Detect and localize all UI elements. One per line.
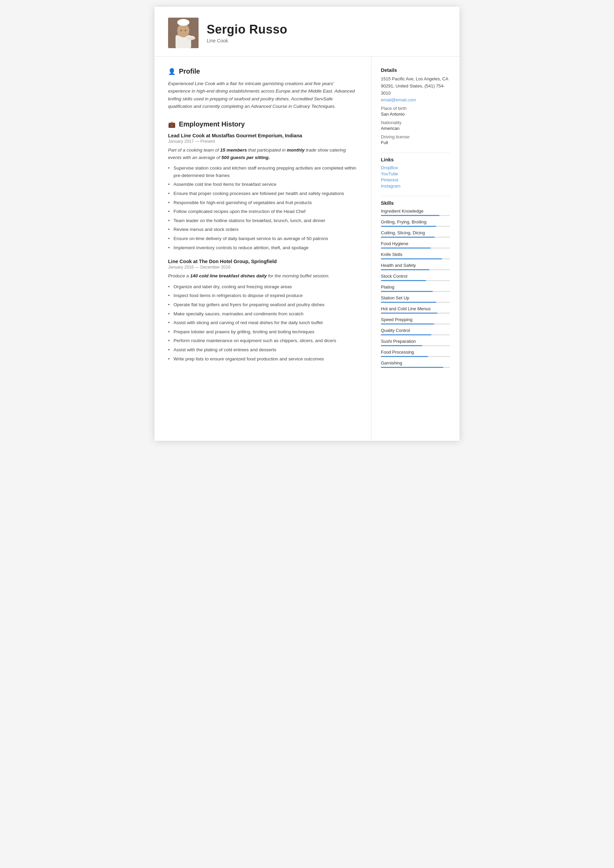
skill-bar-background bbox=[381, 280, 450, 281]
job-1-members: 15 members bbox=[220, 148, 247, 152]
svg-point-7 bbox=[181, 30, 182, 31]
svg-point-9 bbox=[177, 33, 181, 36]
list-item: Ensure on-time delivery of daily banquet… bbox=[168, 235, 358, 242]
link-dropbox[interactable]: DropBox bbox=[381, 165, 450, 170]
link-pinterest[interactable]: Pinterest bbox=[381, 177, 450, 182]
list-item: Responsible for high-end garnishing of v… bbox=[168, 199, 358, 207]
skill-item: Health and Safety bbox=[381, 263, 450, 270]
skill-bar-fill bbox=[381, 215, 439, 216]
list-item: Make specialty sauces, marinades and con… bbox=[168, 310, 358, 318]
job-2-summary-text2: for the morning buffet session. bbox=[267, 273, 329, 278]
job-1-summary-text1: Part of a cooking team of bbox=[168, 148, 220, 152]
list-item: Follow complicated recipes upon the inst… bbox=[168, 208, 358, 215]
divider-2 bbox=[381, 196, 450, 196]
link-youtube[interactable]: YouTube bbox=[381, 171, 450, 176]
left-column: 👤 Profile Experienced Line Cook with a f… bbox=[155, 57, 371, 441]
header: Sergio Russo Line Cook bbox=[155, 7, 459, 57]
skill-name: Grilling, Frying, Broiling bbox=[381, 219, 450, 224]
link-instagram[interactable]: Instagram bbox=[381, 183, 450, 188]
skill-bar-background bbox=[381, 367, 450, 368]
list-item: Team leader on the hotline stations for … bbox=[168, 217, 358, 224]
skill-bar-background bbox=[381, 237, 450, 238]
job-1: Lead Line Cook at Mustaffas Gourmet Empo… bbox=[168, 133, 358, 251]
skill-bar-fill bbox=[381, 291, 433, 292]
job-1-title: Lead Line Cook at Mustaffas Gourmet Empo… bbox=[168, 133, 358, 138]
header-name: Sergio Russo bbox=[207, 22, 287, 37]
skill-bar-fill bbox=[381, 258, 442, 259]
list-item: Review menus and stock orders bbox=[168, 226, 358, 233]
employment-section-title: 💼 Employment History bbox=[168, 120, 358, 128]
profile-section: 👤 Profile Experienced Line Cook with a f… bbox=[168, 67, 358, 110]
skill-name: Cutting, Slicing, Dicing bbox=[381, 230, 450, 235]
job-2-bullets: Organize and label dry, cooling and free… bbox=[168, 283, 358, 362]
skill-item: Stock Control bbox=[381, 273, 450, 281]
nationality-value: American bbox=[381, 126, 450, 131]
links-section: Links DropBox YouTube Pinterest Instagra… bbox=[381, 157, 450, 188]
list-item: Prepare lobster and prawns by grilling, … bbox=[168, 328, 358, 336]
skill-bar-fill bbox=[381, 302, 436, 303]
list-item: Inspect food items in refrigerators to d… bbox=[168, 292, 358, 300]
skill-bar-fill bbox=[381, 269, 429, 270]
list-item: Operate flat top grillers and fryers for… bbox=[168, 301, 358, 309]
skill-name: Quality Control bbox=[381, 328, 450, 333]
skill-bar-fill bbox=[381, 280, 426, 281]
skill-item: Garnishing bbox=[381, 360, 450, 368]
skill-name: Hot and Cold Line Menus bbox=[381, 306, 450, 311]
employment-section: 💼 Employment History Lead Line Cook at M… bbox=[168, 120, 358, 362]
job-1-summary: Part of a cooking team of 15 members tha… bbox=[168, 146, 358, 161]
job-2-date: January 2016 — December 2016 bbox=[168, 265, 358, 270]
skill-bar-background bbox=[381, 334, 450, 335]
skill-bar-fill bbox=[381, 334, 431, 335]
skill-bar-fill bbox=[381, 247, 431, 248]
skill-item: Speed Prepping bbox=[381, 317, 450, 325]
job-2-summary: Produce a 140 cold line breakfast dishes… bbox=[168, 272, 358, 280]
links-title: Links bbox=[381, 157, 450, 162]
job-1-date: January 2017 — Present bbox=[168, 139, 358, 144]
skill-bar-background bbox=[381, 269, 450, 270]
skill-bar-fill bbox=[381, 237, 435, 238]
body: 👤 Profile Experienced Line Cook with a f… bbox=[155, 57, 459, 441]
svg-rect-6 bbox=[188, 36, 194, 37]
skill-name: Food Processing bbox=[381, 349, 450, 355]
avatar bbox=[168, 18, 198, 48]
driving-license-value: Full bbox=[381, 140, 450, 145]
employment-icon: 💼 bbox=[168, 121, 175, 128]
employment-title-text: Employment History bbox=[179, 120, 245, 128]
skill-name: Food Hygiene bbox=[381, 241, 450, 246]
svg-point-8 bbox=[185, 30, 186, 31]
job-1-bullets: Supervise station cooks and kitchen staf… bbox=[168, 165, 358, 251]
skill-name: Station Set Up bbox=[381, 295, 450, 300]
skill-bar-background bbox=[381, 313, 450, 314]
skill-name: Garnishing bbox=[381, 360, 450, 365]
skill-item: Knife Skills bbox=[381, 252, 450, 259]
list-item: Assemble cold line food items for breakf… bbox=[168, 181, 358, 188]
profile-icon: 👤 bbox=[168, 68, 175, 75]
skill-name: Ingredient Knowledge bbox=[381, 208, 450, 214]
details-title: Details bbox=[381, 67, 450, 73]
nationality-label: Nationality bbox=[381, 120, 450, 125]
details-email[interactable]: email@email.com bbox=[381, 97, 450, 102]
list-item: Assist with slicing and carving of red m… bbox=[168, 319, 358, 326]
skill-name: Sushi Preparation bbox=[381, 339, 450, 344]
skill-bar-background bbox=[381, 356, 450, 357]
job-2-summary-text1: Produce a bbox=[168, 273, 190, 278]
skill-item: Plating bbox=[381, 284, 450, 292]
place-of-birth-value: San Antonio bbox=[381, 112, 450, 116]
skill-bar-background bbox=[381, 291, 450, 292]
skills-list: Ingredient Knowledge Grilling, Frying, B… bbox=[381, 208, 450, 368]
job-2-title: Line Cook at The Don Hotel Group, Spring… bbox=[168, 259, 358, 264]
skill-item: Food Processing bbox=[381, 349, 450, 357]
list-item: Assist with the plating of cold entrees … bbox=[168, 346, 358, 354]
skill-bar-background bbox=[381, 345, 450, 346]
details-address: 1515 Pacific Ave, Los Angeles, CA 90291,… bbox=[381, 76, 450, 96]
profile-section-title: 👤 Profile bbox=[168, 67, 358, 75]
list-item: Implement inventory controls to reduce a… bbox=[168, 244, 358, 252]
list-item: Ensure that proper cooking processes are… bbox=[168, 190, 358, 197]
list-item: Supervise station cooks and kitchen staf… bbox=[168, 165, 358, 179]
skill-bar-fill bbox=[381, 323, 434, 325]
header-title: Line Cook bbox=[207, 38, 287, 43]
job-2-dishes: 140 cold line breakfast dishes daily bbox=[190, 273, 267, 278]
skill-bar-fill bbox=[381, 367, 443, 368]
skill-name: Stock Control bbox=[381, 273, 450, 279]
skill-item: Food Hygiene bbox=[381, 241, 450, 248]
